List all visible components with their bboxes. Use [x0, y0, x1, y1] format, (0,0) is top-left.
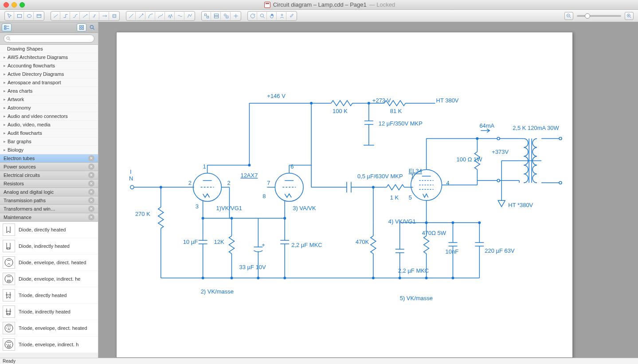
refresh-icon[interactable]	[248, 12, 257, 20]
sidebar-category[interactable]: Audit flowcharts	[0, 129, 98, 137]
sidebar-open-library[interactable]: Resistors✕	[0, 180, 98, 188]
connector-1[interactable]	[51, 12, 60, 20]
line-5[interactable]	[166, 12, 175, 20]
svg-point-10	[260, 14, 263, 17]
sidebar-open-library[interactable]: Electron tubes✕	[0, 154, 98, 163]
hand-icon[interactable]	[268, 12, 277, 20]
library-name: Resistors	[4, 181, 24, 186]
line-6[interactable]	[176, 12, 184, 20]
shape-item[interactable]: Triode, envelope, direct. heated	[0, 320, 98, 337]
sidebar-category[interactable]: Active Directory Diagrams	[0, 70, 98, 78]
connector-4[interactable]	[81, 12, 90, 20]
arrange-2[interactable]	[212, 12, 221, 20]
search-icon[interactable]	[88, 23, 96, 31]
connector-7[interactable]	[110, 12, 119, 20]
zoom-in-icon[interactable]	[625, 12, 634, 20]
close-library-icon[interactable]: ✕	[88, 180, 94, 187]
close-library-icon[interactable]: ✕	[88, 189, 94, 195]
sidebar-category[interactable]: Drawing Shapes	[0, 45, 98, 53]
arrange-3[interactable]	[222, 12, 231, 20]
sidebar-category[interactable]: Audio, video, media	[0, 121, 98, 129]
shape-item[interactable]: Diode, directly heated	[0, 222, 98, 238]
close-library-icon[interactable]: ✕	[88, 197, 94, 204]
line-2[interactable]	[137, 12, 145, 20]
ellipse-tool[interactable]	[25, 12, 34, 20]
sidebar-open-library[interactable]: Analog and digital logic✕	[0, 188, 98, 196]
grid-view-icon[interactable]	[77, 23, 86, 31]
svg-text:N: N	[129, 175, 133, 182]
svg-rect-24	[80, 25, 82, 27]
svg-text:3: 3	[196, 203, 199, 210]
svg-point-106	[230, 277, 233, 279]
svg-point-102	[202, 277, 204, 279]
sidebar-category[interactable]: Aerospace and transport	[0, 78, 98, 87]
svg-text:+: +	[262, 242, 265, 248]
sidebar-category[interactable]: AWS Architecture Diagrams	[0, 53, 98, 62]
sidebar-open-library[interactable]: Maintenance✕	[0, 213, 98, 222]
shape-item[interactable]: Diode, indirectly heated	[0, 238, 98, 254]
zoom-icon[interactable]	[258, 12, 267, 20]
line-1[interactable]	[127, 12, 136, 20]
svg-rect-27	[82, 28, 84, 30]
shape-item[interactable]: Diode, envelope, indirect. he	[0, 271, 98, 287]
line-4[interactable]	[156, 12, 165, 20]
minimize-icon[interactable]	[12, 2, 17, 8]
line-7[interactable]	[185, 12, 194, 20]
shape-item[interactable]: Triode, directly heated	[0, 287, 98, 304]
close-library-icon[interactable]: ✕	[88, 155, 94, 161]
sidebar-category[interactable]: Area charts	[0, 87, 98, 95]
svg-point-35	[5, 258, 13, 266]
svg-text:100 K: 100 K	[333, 108, 348, 114]
sidebar-category[interactable]: Artwork	[0, 95, 98, 104]
library-list[interactable]: Drawing ShapesAWS Architecture DiagramsA…	[0, 45, 98, 358]
drawing-page[interactable]: I N 270 K 12AX7	[116, 32, 573, 358]
svg-line-15	[570, 16, 571, 18]
svg-text:8: 8	[262, 193, 266, 200]
shape-item[interactable]: Diode, envelope, direct. heated	[0, 254, 98, 271]
close-library-icon[interactable]: ✕	[88, 172, 94, 178]
connector-5[interactable]	[90, 12, 99, 20]
sidebar-category[interactable]: Bar graphs	[0, 137, 98, 146]
sidebar-category[interactable]: Accounting flowcharts	[0, 62, 98, 70]
sidebar-open-library[interactable]: Electrical circuits✕	[0, 171, 98, 180]
sidebar-category[interactable]: Astronomy	[0, 104, 98, 112]
line-3[interactable]	[146, 12, 155, 20]
shape-item[interactable]: Triode, indirectly heated	[0, 304, 98, 320]
svg-text:470K: 470K	[356, 239, 369, 245]
svg-rect-34	[7, 248, 10, 249]
svg-text:HT 380V: HT 380V	[436, 97, 459, 104]
svg-rect-0	[17, 14, 21, 17]
tool-group-view	[247, 11, 297, 21]
person-icon[interactable]	[278, 12, 286, 20]
pointer-tool[interactable]	[5, 12, 14, 20]
text-tool[interactable]	[35, 12, 43, 20]
shape-label: Triode, envelope, indirect. h	[19, 342, 78, 347]
arrange-4[interactable]	[231, 12, 240, 20]
svg-text:1: 1	[411, 173, 414, 180]
close-library-icon[interactable]: ✕	[88, 206, 94, 212]
canvas-area[interactable]: I N 270 K 12AX7	[98, 22, 638, 358]
sidebar-open-library[interactable]: Transmission paths✕	[0, 196, 98, 205]
sidebar-category[interactable]: Audio and video connectors	[0, 112, 98, 121]
library-tab-icon[interactable]	[2, 23, 12, 31]
zoom-out-icon[interactable]	[564, 12, 573, 20]
search-input[interactable]	[4, 35, 94, 43]
dropper-icon[interactable]	[287, 12, 296, 20]
shape-preview-icon	[3, 273, 15, 285]
rect-tool[interactable]	[15, 12, 24, 20]
connector-6[interactable]	[100, 12, 109, 20]
shape-item[interactable]: Triode, envelope, indirect. h	[0, 337, 98, 353]
close-library-icon[interactable]: ✕	[88, 214, 94, 220]
zoom-slider[interactable]	[577, 15, 621, 17]
connector-3[interactable]	[71, 12, 80, 20]
close-icon[interactable]	[4, 2, 9, 8]
zoom-thumb[interactable]	[585, 13, 590, 19]
connector-2[interactable]	[61, 12, 70, 20]
sidebar-category[interactable]: Biology	[0, 146, 98, 154]
close-library-icon[interactable]: ✕	[88, 164, 94, 170]
maximize-icon[interactable]	[20, 2, 25, 8]
arrange-1[interactable]	[202, 12, 211, 20]
sidebar-open-library[interactable]: Power sources✕	[0, 163, 98, 171]
sidebar-open-library[interactable]: Transformers and win…✕	[0, 205, 98, 213]
status-text: Ready	[3, 359, 16, 364]
